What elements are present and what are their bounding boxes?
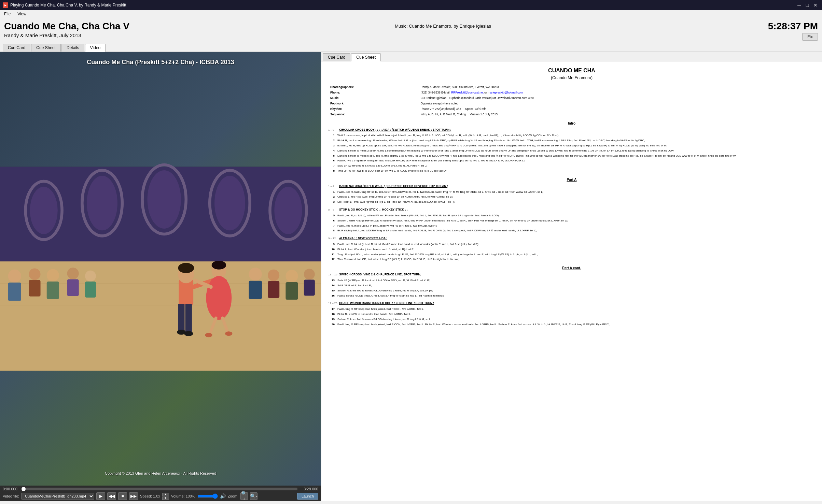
parta-range-1: 1 – 4 bbox=[328, 184, 338, 188]
progress-bar[interactable] bbox=[24, 488, 297, 490]
cue-subtitle: (Cuando Me Enamoro) bbox=[328, 75, 815, 81]
close-button[interactable]: ✕ bbox=[812, 1, 819, 9]
section-parta-cont: Part A cont. bbox=[328, 266, 815, 271]
parta-steps-2: 5 Fwd L, rec R, sd L(d L), sd lead W trn… bbox=[328, 213, 815, 234]
parta-step-8: 8 Bk R slightly bak L, rec L/DKRW trng W… bbox=[329, 229, 814, 233]
svg-rect-38 bbox=[185, 304, 192, 333]
svg-point-5 bbox=[87, 176, 117, 230]
parta-group-1: 1 – 4 BASIC NATURAL/TOP FC WALL ; ; SURP… bbox=[328, 184, 815, 205]
svg-rect-45 bbox=[211, 279, 227, 299]
parta-cont-step-13: 13 Swiv LF (W RF) rec R & chk sd L to LO… bbox=[329, 278, 814, 283]
maximize-button[interactable]: □ bbox=[804, 1, 811, 9]
choreographer: Randy & Marie Preskitt, July 2013 bbox=[4, 32, 129, 38]
email-link-1[interactable]: RRPreskitt@comcast.net bbox=[451, 91, 484, 94]
video-panel: Cuando Me Cha (Preskitt 5+2+2 Cha) - ICB… bbox=[0, 52, 321, 501]
tab-video[interactable]: Video bbox=[85, 44, 106, 52]
cue-panel: Cue Card Cue Sheet CUANDO ME CHA (Cuando… bbox=[321, 52, 822, 501]
main-content: Cuando Me Cha (Preskitt 5+2+2 Cha) - ICB… bbox=[0, 52, 822, 501]
parta-steps-3: 9 Fwd L, rec R, bk sd (d L-sd R, bk sd M… bbox=[328, 242, 815, 262]
menu-view[interactable]: View bbox=[15, 11, 29, 17]
svg-point-32 bbox=[304, 269, 315, 280]
play-button[interactable]: ▶ bbox=[96, 492, 105, 500]
video-controls-bar: 0:00.000 3:28.000 Video file: CuandoMeCh… bbox=[0, 486, 321, 501]
parta-step-1: 1 Fwd L, rec R, fwd L trng RF sd R, sd L… bbox=[329, 190, 814, 195]
parta-cont-step-17: 17 Fwd L trng ½ RF keep lead hnds joined… bbox=[329, 307, 814, 312]
svg-rect-27 bbox=[249, 281, 262, 299]
cue-tabs: Cue Card Cue Sheet bbox=[321, 52, 822, 61]
parta-move-title-3: ALEMANA ; ; NEW YORKER AIDA ; bbox=[339, 236, 387, 241]
info-row-4: Rhythm: Phase V + 2+2(Unphased) Cha Spee… bbox=[329, 107, 814, 112]
cue-tab-sheet[interactable]: Cue Sheet bbox=[351, 53, 381, 61]
zoom-out-button[interactable]: 🔍- bbox=[250, 492, 257, 500]
intro-steps-table: 1 Wait 2 meas some; fc ptr & Wall with R… bbox=[328, 133, 815, 174]
parta-step-3: 3 Sd R cost LF trns, XLIF fg wall sd R(d… bbox=[329, 200, 814, 204]
volume-label: Volume: 100% bbox=[171, 494, 195, 498]
parta-cont-move-title-1: SWITCH CROSS; VINE 2 & CHA; FENCE LINE; … bbox=[339, 273, 421, 277]
parta-steps-1: 1 Fwd L, rec R, fwd L trng RF sd R, sd L… bbox=[328, 189, 815, 205]
volume-slider[interactable] bbox=[197, 493, 218, 499]
video-placeholder: Cuando Me Cha (Preskitt 5+2+2 Cha) - ICB… bbox=[0, 52, 321, 486]
cue-tab-card[interactable]: Cue Card bbox=[323, 53, 350, 61]
cue-main-title: CUANDO ME CHA bbox=[328, 67, 815, 74]
tab-cue-card[interactable]: Cue Card bbox=[3, 44, 30, 52]
parta-cont-move-title-2: CHASE W/UNDERARM TURN FC COH ; ; FENCE L… bbox=[339, 301, 434, 305]
menu-bar: File View bbox=[0, 10, 822, 18]
svg-point-3 bbox=[30, 187, 58, 234]
window-title: Playing Cuando Me Cha, Cha Cha V, by Ran… bbox=[10, 3, 126, 8]
speed-label: Speed: 1.0x bbox=[140, 494, 160, 498]
parta-step-11: 11 Trng LF sd (sd M's L, sd sd under joi… bbox=[329, 253, 814, 257]
volume-icon[interactable]: 🔊 bbox=[220, 493, 226, 499]
svg-point-11 bbox=[274, 187, 302, 234]
parta-cont-range-2: 17 – 20 bbox=[328, 301, 338, 305]
file-label: Video file: bbox=[3, 494, 19, 498]
menu-file[interactable]: File bbox=[1, 11, 13, 17]
svg-rect-19 bbox=[29, 280, 40, 297]
section-parta: Part A bbox=[328, 177, 815, 182]
progress-bar-container: 0:00.000 3:28.000 bbox=[3, 487, 318, 491]
parta-cont-step-20: 20 Fwd L trng ½ RF keep lead hnds joined… bbox=[329, 322, 814, 327]
file-select[interactable]: CuandoMeCha(Preskitt)_gh233.mp4 bbox=[21, 493, 94, 500]
cue-content[interactable]: CUANDO ME CHA (Cuando Me Enamoro) Choreo… bbox=[321, 61, 822, 501]
tab-cue-sheet[interactable]: Cue Sheet bbox=[31, 44, 61, 52]
svg-point-26 bbox=[249, 268, 262, 280]
parta-cont-range-1: 13 – 16 bbox=[328, 273, 338, 276]
svg-point-7 bbox=[148, 170, 181, 229]
parta-step-6: 6 Sothon L knee R large RIF to LOD R han… bbox=[329, 219, 814, 223]
parta-cont-group-1: 13 – 16 SWITCH CROSS; VINE 2 & CHA; FENC… bbox=[328, 273, 815, 299]
svg-point-36 bbox=[178, 263, 194, 273]
speed-arrows: ▲ ▼ bbox=[162, 493, 169, 500]
email-link-2[interactable]: mariepreskitt@hotmail.com bbox=[488, 91, 523, 94]
intro-step-7: 7 Swiv LF (W RF) rec R & chk sd L to LOD… bbox=[329, 164, 814, 168]
svg-point-30 bbox=[285, 270, 298, 282]
fix-button[interactable]: Fix bbox=[802, 33, 818, 41]
fast-forward-button[interactable]: ▶▶ bbox=[129, 492, 138, 500]
speed-down-button[interactable]: ▼ bbox=[162, 496, 169, 500]
rewind-button[interactable]: ◀◀ bbox=[107, 492, 116, 500]
svg-rect-37 bbox=[178, 304, 184, 333]
time-end: 3:28.000 bbox=[299, 487, 318, 491]
parta-step-5: 5 Fwd L, rec R, sd L(d L), sd lead W trn… bbox=[329, 214, 814, 218]
progress-thumb bbox=[22, 487, 26, 491]
speed-up-button[interactable]: ▲ bbox=[162, 493, 169, 496]
header-left: Cuando Me Cha, Cha Cha V Randy & Marie P… bbox=[4, 21, 129, 38]
parta-cont-group-2: 17 – 20 CHASE W/UNDERARM TURN FC COH ; ;… bbox=[328, 301, 815, 327]
title-bar-controls: ─ □ ✕ bbox=[795, 1, 819, 9]
video-area: Cuando Me Cha (Preskitt 5+2+2 Cha) - ICB… bbox=[0, 52, 321, 486]
svg-point-20 bbox=[47, 269, 59, 282]
zoom-in-button[interactable]: 🔍+ bbox=[240, 492, 248, 500]
title-bar: ▶ Playing Cuando Me Cha, Cha Cha V, by R… bbox=[0, 0, 822, 10]
tab-details[interactable]: Details bbox=[61, 44, 84, 52]
header-row1: Cuando Me Cha, Cha Cha V Randy & Marie P… bbox=[4, 21, 818, 41]
dance-scene-svg bbox=[0, 52, 321, 486]
minimize-button[interactable]: ─ bbox=[795, 1, 803, 9]
info-row-1: Phone: (425) 348-6938 E-Mail: RRPreskitt… bbox=[329, 90, 814, 95]
main-header: Cuando Me Cha, Cha Cha V Randy & Marie P… bbox=[0, 18, 822, 42]
svg-rect-21 bbox=[47, 282, 59, 299]
stop-button[interactable]: ■ bbox=[118, 492, 127, 500]
intro-step-2: 2 Rk bk R, rec L commencing LF trn leadi… bbox=[329, 139, 814, 143]
svg-point-43 bbox=[212, 261, 226, 270]
svg-rect-34 bbox=[179, 280, 193, 305]
parta-step-10: 10 Bk bk L, lead W under joined hands; r… bbox=[329, 247, 814, 252]
app-icon: ▶ bbox=[3, 2, 8, 8]
launch-button[interactable]: Launch bbox=[297, 493, 318, 500]
